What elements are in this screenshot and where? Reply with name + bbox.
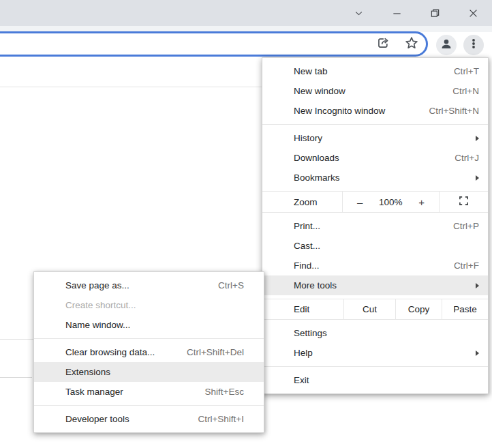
page-divider — [0, 377, 32, 378]
menu-item-shortcut: Ctrl+S — [218, 280, 244, 290]
menu-item-label: Create shortcut... — [65, 300, 244, 310]
menu-item-label: New window — [294, 86, 444, 96]
submenu-item-clear-browsing-data[interactable]: Clear browsing data... Ctrl+Shift+Del — [34, 342, 264, 362]
fullscreen-icon — [459, 196, 469, 209]
menu-item-shortcut: Ctrl+Shift+N — [429, 106, 479, 116]
menu-item-label: Cast... — [294, 241, 479, 251]
menu-item-label: Save page as... — [65, 280, 210, 290]
menu-item-label: New tab — [294, 66, 446, 76]
submenu-arrow-icon — [476, 283, 479, 288]
share-icon — [375, 35, 390, 53]
profile-avatar-button[interactable] — [436, 35, 457, 55]
more-tools-submenu: Save page as... Ctrl+S Create shortcut..… — [33, 271, 264, 433]
menu-item-label: Help — [294, 348, 467, 358]
browser-menu: New tab Ctrl+T New window Ctrl+N New Inc… — [262, 57, 489, 394]
restore-icon — [430, 8, 440, 18]
submenu-arrow-icon — [476, 136, 479, 141]
menu-item-shortcut: Ctrl+T — [454, 66, 479, 76]
zoom-out-button[interactable]: – — [357, 197, 363, 207]
menu-item-label: New Incognito window — [294, 106, 420, 116]
person-icon — [440, 38, 452, 53]
chevron-down-icon — [354, 8, 364, 18]
zoom-in-button[interactable]: + — [418, 197, 425, 207]
fullscreen-button[interactable] — [440, 192, 488, 212]
menu-item-history[interactable]: History — [262, 128, 488, 148]
menu-item-label: Settings — [294, 328, 479, 338]
menu-item-cast[interactable]: Cast... — [262, 236, 488, 256]
menu-item-label: Exit — [294, 375, 479, 385]
star-icon — [404, 35, 419, 53]
zoom-controls: – 100% + — [343, 192, 440, 212]
browser-menu-button[interactable] — [463, 35, 484, 55]
share-button[interactable] — [374, 35, 392, 53]
submenu-item-task-manager[interactable]: Task manager Shift+Esc — [34, 382, 264, 402]
bookmark-star-button[interactable] — [403, 35, 420, 53]
menu-item-shortcut: Ctrl+Shift+Del — [187, 347, 244, 357]
menu-item-shortcut: Ctrl+F — [454, 260, 479, 271]
menu-item-print[interactable]: Print... Ctrl+P — [262, 216, 488, 236]
menu-item-label: Print... — [294, 221, 445, 231]
menu-item-label: Extensions — [65, 367, 244, 377]
close-icon — [468, 8, 478, 18]
menu-item-find[interactable]: Find... Ctrl+F — [262, 256, 488, 275]
menu-item-shortcut: Ctrl+P — [453, 221, 479, 231]
menu-item-shortcut: Shift+Esc — [205, 387, 244, 397]
submenu-arrow-icon — [476, 350, 479, 356]
zoom-label: Zoom — [262, 192, 343, 212]
cut-button[interactable]: Cut — [344, 299, 396, 319]
address-bar[interactable] — [0, 31, 428, 57]
restore-button[interactable] — [416, 0, 454, 26]
submenu-item-extensions[interactable]: Extensions — [34, 362, 264, 382]
menu-item-shortcut: Ctrl+N — [452, 86, 479, 96]
menu-item-label: History — [294, 133, 467, 143]
close-button[interactable] — [454, 0, 492, 26]
menu-item-label: Find... — [294, 260, 446, 271]
zoom-level: 100% — [379, 197, 403, 207]
window-chevron-button[interactable] — [339, 0, 378, 26]
edit-row: Edit Cut Copy Paste — [262, 299, 488, 319]
menu-item-shortcut: Ctrl+Shift+I — [198, 414, 244, 424]
menu-item-new-incognito-window[interactable]: New Incognito window Ctrl+Shift+N — [262, 101, 488, 121]
submenu-item-developer-tools[interactable]: Developer tools Ctrl+Shift+I — [34, 409, 264, 429]
menu-item-settings[interactable]: Settings — [262, 323, 488, 343]
menu-item-bookmarks[interactable]: Bookmarks — [262, 168, 488, 188]
submenu-item-create-shortcut: Create shortcut... — [34, 295, 264, 315]
menu-item-label: Name window... — [65, 320, 244, 330]
submenu-item-save-page-as[interactable]: Save page as... Ctrl+S — [34, 275, 264, 295]
three-dots-vertical-icon — [467, 38, 480, 53]
menu-item-new-window[interactable]: New window Ctrl+N — [262, 81, 488, 101]
paste-button[interactable]: Paste — [442, 299, 488, 319]
page-divider — [0, 87, 262, 87]
menu-item-label: Developer tools — [65, 414, 189, 424]
menu-item-new-tab[interactable]: New tab Ctrl+T — [262, 61, 488, 81]
menu-item-label: Clear browsing data... — [65, 347, 179, 357]
menu-item-label: Task manager — [65, 387, 197, 397]
menu-item-help[interactable]: Help — [262, 343, 488, 363]
page-divider — [0, 339, 33, 340]
submenu-arrow-icon — [476, 175, 479, 181]
minimize-icon — [392, 8, 402, 18]
menu-item-label: More tools — [294, 280, 467, 290]
submenu-item-name-window[interactable]: Name window... — [34, 315, 264, 335]
menu-item-more-tools[interactable]: More tools — [262, 275, 488, 295]
menu-item-exit[interactable]: Exit — [262, 370, 488, 390]
zoom-row: Zoom – 100% + — [262, 192, 488, 212]
copy-button[interactable]: Copy — [396, 299, 442, 319]
window-controls — [339, 0, 492, 26]
edit-label: Edit — [262, 299, 344, 319]
menu-item-label: Bookmarks — [294, 173, 467, 183]
menu-item-label: Downloads — [294, 153, 446, 163]
menu-item-downloads[interactable]: Downloads Ctrl+J — [262, 148, 488, 168]
menu-item-shortcut: Ctrl+J — [455, 153, 479, 163]
minimize-button[interactable] — [378, 0, 416, 26]
